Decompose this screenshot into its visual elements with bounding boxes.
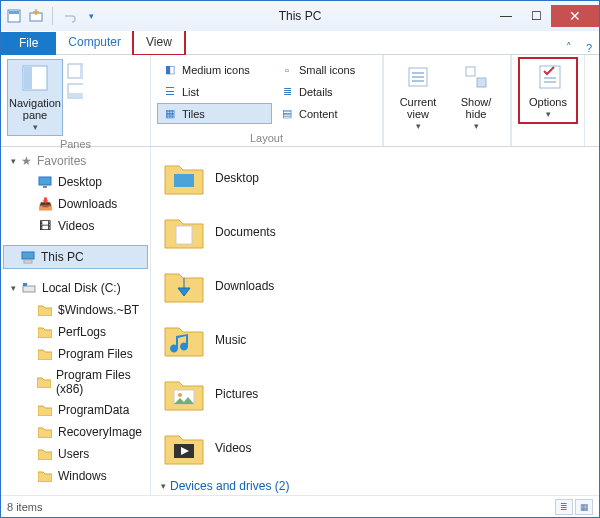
maximize-button[interactable]: ☐ (521, 5, 551, 27)
navigation-pane-button[interactable]: Navigation pane ▾ (7, 59, 63, 136)
svg-rect-20 (39, 177, 51, 185)
svg-point-29 (178, 393, 182, 397)
svg-rect-26 (174, 174, 194, 187)
layout-small-icons[interactable]: ▫Small icons (274, 59, 379, 80)
statusbar-tiles-view[interactable]: ▦ (575, 499, 593, 515)
status-item-count: 8 items (7, 501, 42, 513)
layout-tiles[interactable]: ▦Tiles (157, 103, 272, 124)
svg-rect-25 (23, 283, 27, 286)
sidebar-item-favorites[interactable]: ▾★ Favorites (1, 151, 150, 171)
svg-rect-21 (43, 186, 47, 188)
svg-rect-15 (466, 67, 475, 76)
svg-rect-23 (24, 260, 32, 263)
tab-computer[interactable]: Computer (56, 31, 133, 54)
options-icon (532, 61, 564, 93)
tab-view[interactable]: View (133, 30, 185, 55)
sidebar-item-users[interactable]: Users (1, 443, 150, 465)
svg-rect-17 (540, 66, 560, 88)
layout-medium-icons[interactable]: ◧Medium icons (157, 59, 272, 80)
sidebar-item-programfiles[interactable]: Program Files (1, 343, 150, 365)
sidebar-item-windowsbt[interactable]: $Windows.~BT (1, 299, 150, 321)
tile-pictures[interactable]: Pictures (151, 367, 599, 421)
navigation-pane: ▾★ Favorites Desktop 📥Downloads 🎞Videos … (1, 147, 151, 495)
sidebar-item-recoveryimage[interactable]: RecoveryImage (1, 421, 150, 443)
tile-videos[interactable]: Videos (151, 421, 599, 475)
qat-dropdown-icon[interactable]: ▾ (82, 7, 100, 25)
sidebar-item-perflogs[interactable]: PerfLogs (1, 321, 150, 343)
sidebar-item-thispc[interactable]: This PC (3, 245, 148, 269)
new-folder-icon[interactable] (27, 7, 45, 25)
details-pane-button[interactable] (67, 83, 83, 99)
tile-documents[interactable]: Documents (151, 205, 599, 259)
explorer-window: ▾ This PC — ☐ ✕ File Computer View ˄ ? N… (0, 0, 600, 518)
minimize-button[interactable]: — (491, 5, 521, 27)
show-hide-button[interactable]: Show/ hide▾ (448, 59, 504, 144)
options-button[interactable]: Options ▾ (520, 59, 576, 122)
section-devices-drives[interactable]: ▾Devices and drives (2) (151, 475, 599, 495)
svg-rect-1 (9, 11, 19, 14)
svg-rect-27 (176, 226, 192, 244)
svg-rect-6 (24, 67, 32, 89)
content-pane: Desktop Documents Downloads Music Pictur… (151, 147, 599, 495)
svg-rect-16 (477, 78, 486, 87)
svg-rect-10 (69, 93, 83, 97)
svg-rect-22 (22, 252, 34, 259)
sidebar-item-programfilesx86[interactable]: Program Files (x86) (1, 365, 150, 399)
expand-ribbon-icon[interactable]: ˄ (559, 41, 579, 54)
titlebar: ▾ This PC — ☐ ✕ (1, 1, 599, 31)
navigation-pane-icon (19, 62, 51, 94)
layout-list[interactable]: ☰List (157, 81, 272, 102)
layout-content[interactable]: ▤Content (274, 103, 379, 124)
layout-details[interactable]: ≣Details (274, 81, 379, 102)
sidebar-item-localdisk[interactable]: ▾Local Disk (C:) (1, 277, 150, 299)
show-hide-icon (460, 61, 492, 93)
layout-gallery: ◧Medium icons ▫Small icons ☰List ≣Detail… (157, 59, 376, 124)
ribbon-tabs: File Computer View ˄ ? (1, 31, 599, 55)
tile-downloads[interactable]: Downloads (151, 259, 599, 313)
quick-access-toolbar: ▾ (1, 7, 100, 25)
sidebar-item-windows[interactable]: Windows (1, 465, 150, 487)
sort-icon (402, 61, 434, 93)
close-button[interactable]: ✕ (551, 5, 599, 27)
current-view-button[interactable]: Current view▾ (390, 59, 446, 144)
sidebar-item-programdata[interactable]: ProgramData (1, 399, 150, 421)
statusbar-details-view[interactable]: ≣ (555, 499, 573, 515)
status-bar: 8 items ≣ ▦ (1, 495, 599, 517)
tile-desktop[interactable]: Desktop (151, 151, 599, 205)
layout-group-label: Layout (157, 130, 376, 144)
properties-icon[interactable] (5, 7, 23, 25)
preview-pane-button[interactable] (67, 63, 83, 79)
help-icon[interactable]: ? (579, 42, 599, 54)
undo-icon[interactable] (60, 7, 78, 25)
tile-music[interactable]: Music (151, 313, 599, 367)
svg-rect-8 (80, 65, 83, 77)
sidebar-item-downloads[interactable]: 📥Downloads (1, 193, 150, 215)
svg-rect-24 (23, 286, 35, 292)
tab-file[interactable]: File (1, 32, 56, 55)
sidebar-item-videos-fav[interactable]: 🎞Videos (1, 215, 150, 237)
panes-group-label: Panes (7, 136, 144, 150)
ribbon-view: Navigation pane ▾ Panes ◧Medium icons ▫S… (1, 55, 599, 147)
sidebar-item-desktop[interactable]: Desktop (1, 171, 150, 193)
